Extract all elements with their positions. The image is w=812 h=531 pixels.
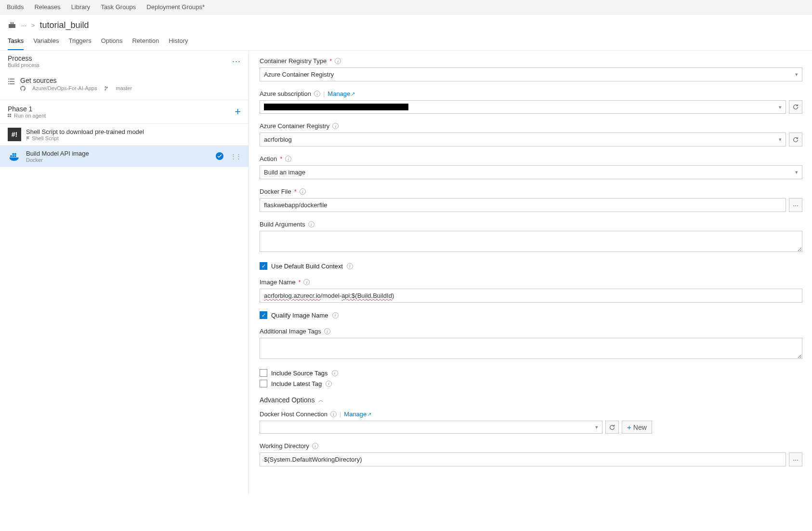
label: Qualify Image Name [271,312,328,319]
svg-rect-2 [13,22,13,24]
info-icon[interactable]: i [335,58,341,64]
info-icon[interactable]: i [308,221,314,227]
label: Azure Container Registry [260,122,329,130]
process-subtitle: Build process [8,62,39,68]
add-task-button[interactable]: + [235,106,241,118]
field-image-name: Image Name * i acrforblog.azurecr.io/mod… [260,279,802,303]
docker-file-input[interactable] [260,198,786,212]
label: Docker Host Connection [260,411,327,418]
info-icon[interactable]: i [332,370,338,376]
svg-rect-11 [14,153,16,155]
external-link-icon: ↗ [351,91,355,96]
page-title: tutorial_build [39,20,89,30]
field-build-arguments: Build Arguments i [260,221,802,253]
include-source-tags-checkbox[interactable] [260,369,267,377]
nav-library[interactable]: Library [71,3,91,11]
nav-builds[interactable]: Builds [7,3,24,11]
qualify-image-name-checkbox[interactable]: ✓ [260,311,267,319]
tab-options[interactable]: Options [101,37,123,50]
project-icon [8,21,16,30]
sources-icon [8,78,15,85]
additional-image-tags-textarea[interactable] [260,338,802,359]
value: acrforblog [264,136,292,143]
chevron-down-icon: ▾ [795,71,798,78]
nav-task-groups[interactable]: Task Groups [101,3,136,11]
use-default-build-context-checkbox[interactable]: ✓ [260,262,267,270]
field-working-directory: Working Directory i ··· [260,442,802,466]
tab-history[interactable]: History [169,37,188,50]
container-registry-type-select[interactable]: Azure Container Registry ▾ [260,67,802,81]
docker-host-connection-select[interactable]: ▾ [260,421,602,434]
task-name: Build Model API image [26,150,89,157]
info-icon[interactable]: i [324,328,330,334]
azure-container-registry-select[interactable]: acrforblog ▾ [260,133,786,146]
task-sub: Docker [26,157,89,163]
browse-button[interactable]: ··· [789,198,802,212]
chevron-right-icon: > [31,22,35,29]
sources-repo: Azure/DevOps-For-AI-Apps [32,85,97,91]
tab-tasks[interactable]: Tasks [8,37,24,50]
info-icon[interactable]: i [347,263,353,269]
azure-subscription-select[interactable]: ▾ [260,100,786,114]
label: Build Arguments [260,221,305,228]
browse-button[interactable]: ··· [789,452,802,466]
label: Additional Image Tags [260,328,321,335]
info-icon[interactable]: i [314,91,320,97]
required-marker: * [280,155,282,162]
refresh-icon [792,136,799,143]
breadcrumb-more[interactable]: ··· [21,22,26,29]
phase-title: Phase 1 [8,105,46,113]
working-directory-input[interactable] [260,452,786,466]
left-pane: Process Build process ··· Get sources Az… [0,51,249,494]
phase-row[interactable]: Phase 1 Run on agent + [0,100,249,123]
breadcrumb: ··· > tutorial_build [0,14,812,32]
value: acrforblog.azurecr.io/model-api:$(Build.… [264,292,394,299]
action-select[interactable]: Build an image ▾ [260,165,802,179]
ellipsis-icon: ··· [793,456,799,464]
grip-icon[interactable]: ⋮⋮ [230,153,241,160]
svg-rect-3 [8,114,9,115]
external-link-icon: ↗ [367,412,371,417]
refresh-button[interactable] [789,133,802,146]
task-row-docker-build[interactable]: Build Model API image Docker ⋮⋮ [0,146,249,167]
info-icon[interactable]: i [303,279,310,285]
agent-icon [8,114,13,119]
svg-rect-7 [10,155,12,157]
get-sources-row[interactable]: Get sources Azure/DevOps-For-AI-Apps mas… [0,72,249,96]
sub-tabs: Tasks Variables Triggers Options Retenti… [0,32,812,51]
manage-link[interactable]: Manage↗ [327,90,355,97]
field-azure-subscription: Azure subscription i | Manage↗ ▾ [260,90,802,114]
process-row[interactable]: Process Build process ··· [0,51,249,72]
nav-deployment-groups[interactable]: Deployment Groups* [146,3,205,11]
build-arguments-textarea[interactable] [260,231,802,252]
phase-subtitle: Run on agent [14,113,46,119]
info-icon[interactable]: i [285,156,291,162]
value: Azure Container Registry [264,71,334,78]
image-name-input[interactable]: acrforblog.azurecr.io/model-api:$(Build.… [260,289,802,303]
label: Container Registry Type [260,57,327,65]
manage-link[interactable]: Manage↗ [344,411,371,418]
info-icon[interactable]: i [332,123,339,129]
tab-variables[interactable]: Variables [33,37,59,50]
tab-retention[interactable]: Retention [132,37,159,50]
field-include-latest-tag: Include Latest Tag i [260,380,802,387]
info-icon[interactable]: i [332,312,339,319]
refresh-button[interactable] [789,100,802,114]
include-latest-tag-checkbox[interactable] [260,380,267,387]
label: Working Directory [260,442,309,450]
refresh-button[interactable] [605,421,619,434]
info-icon[interactable]: i [300,188,306,195]
info-icon[interactable]: i [330,411,337,417]
info-icon[interactable]: i [326,381,332,387]
info-icon[interactable]: i [312,443,318,449]
refresh-icon [792,104,799,110]
new-connection-button[interactable]: + New [622,421,652,434]
divider: | [340,411,341,418]
tab-triggers[interactable]: Triggers [68,37,91,50]
field-additional-image-tags: Additional Image Tags i [260,328,802,360]
task-row-shell-script[interactable]: #! Shell Script to download pre-trained … [0,124,249,146]
advanced-options-header[interactable]: Advanced Options ︿ [260,396,802,404]
process-menu-icon[interactable]: ··· [232,56,241,66]
chevron-down-icon: ▾ [595,424,598,430]
nav-releases[interactable]: Releases [34,3,60,11]
